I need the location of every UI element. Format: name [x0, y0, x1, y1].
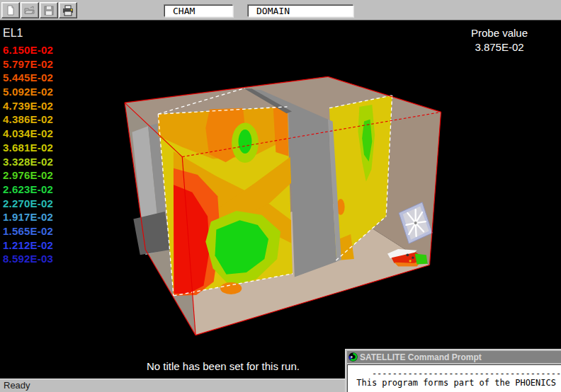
phoenics-viewer-window: { "toolbar": { "fields": { "cham": "CHAM… — [0, 0, 561, 392]
console-line-1: ---------------------------------------- — [351, 369, 561, 379]
legend-entry: 5.797E-02 — [3, 57, 53, 71]
probe-readout: Probe value 3.875E-02 — [446, 27, 552, 53]
printer-icon — [62, 5, 74, 16]
command-prompt-title: SATELLITE Command Prompt — [360, 352, 482, 362]
legend-entry: 2.623E-02 — [3, 183, 53, 197]
legend-variable-name: EL1 — [3, 27, 53, 40]
legend-entry: 3.328E-02 — [3, 155, 53, 169]
legend-entry: 2.270E-02 — [3, 197, 53, 211]
legend-entry: 8.592E-03 — [3, 252, 53, 266]
command-prompt-titlebar[interactable]: SATELLITE Command Prompt — [347, 351, 561, 363]
probe-label: Probe value — [446, 27, 552, 39]
legend-entry: 2.976E-02 — [3, 168, 53, 183]
status-text: Ready — [4, 380, 30, 391]
command-prompt-output: ----------------------------------------… — [347, 364, 561, 392]
legend-entry: 4.739E-02 — [3, 99, 53, 113]
domain-field[interactable]: DOMAIN — [248, 5, 353, 17]
legend-entry: 4.034E-02 — [3, 127, 53, 141]
satellite-command-prompt-window: SATELLITE Command Prompt ---------------… — [345, 349, 561, 392]
left-door-dark — [133, 212, 171, 255]
legend-entry: 1.565E-02 — [3, 224, 53, 238]
legend-entry: 5.445E-02 — [3, 71, 53, 85]
save-floppy-icon — [43, 5, 55, 16]
save-file-button[interactable] — [40, 2, 58, 18]
toolbar: CHAM DOMAIN — [0, 0, 561, 21]
legend-entry: 1.917E-02 — [3, 210, 53, 224]
legend-entry: 4.386E-02 — [3, 113, 53, 127]
probe-value: 3.875E-02 — [446, 41, 552, 53]
console-line-2: This program forms part of the PHOENICS … — [351, 378, 561, 388]
legend-entry: 1.212E-02 — [3, 238, 53, 253]
3d-room-scene[interactable] — [0, 21, 561, 379]
new-file-icon — [5, 5, 16, 16]
legend-entry: 5.092E-02 — [3, 85, 53, 99]
legend-entry: 3.681E-02 — [3, 141, 53, 155]
print-button[interactable] — [59, 2, 77, 18]
contour-plane-left — [158, 106, 293, 296]
open-file-button[interactable] — [21, 2, 39, 18]
new-file-button[interactable] — [1, 2, 20, 18]
cham-field[interactable]: CHAM — [164, 5, 233, 17]
open-folder-icon — [24, 5, 35, 16]
contour-legend: EL1 6.150E-02 5.797E-02 5.445E-02 5.092E… — [3, 27, 53, 266]
phoenics-app-icon — [348, 352, 358, 362]
legend-entry: 6.150E-02 — [3, 43, 53, 57]
